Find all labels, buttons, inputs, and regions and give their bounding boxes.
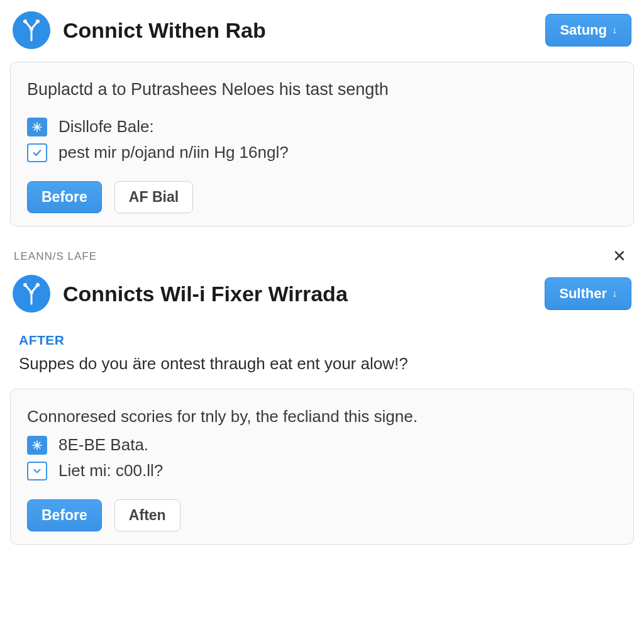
logo-icon bbox=[13, 11, 50, 49]
card1-cta-button[interactable]: Satung ↓ bbox=[545, 14, 631, 47]
logo-icon bbox=[13, 275, 50, 313]
card2-item2-row: Liet mi: c00.ll? bbox=[27, 461, 617, 480]
card2-title: Connicts Wil-i Fixer Wirrada bbox=[63, 282, 348, 306]
card1-body-text: Buplactd a to Putrashees Neloes his tast… bbox=[27, 80, 617, 99]
card2-item1-label: 8E-BE Bata. bbox=[58, 435, 148, 455]
svg-point-13 bbox=[30, 291, 33, 294]
svg-point-5 bbox=[36, 19, 40, 23]
card1-header: Connict Withen Rab Satung ↓ bbox=[6, 6, 638, 62]
svg-point-4 bbox=[23, 19, 27, 23]
card2-header-left: Connicts Wil-i Fixer Wirrada bbox=[13, 275, 348, 313]
chevron-down-icon[interactable] bbox=[27, 462, 47, 480]
card1-item2-label: pest mir p/ojand n/iin Hg 16ngl? bbox=[58, 143, 289, 162]
after-text: Suppes do you äre ontest thraugh eat ent… bbox=[19, 354, 625, 374]
card2-item2-label: Liet mi: c00.ll? bbox=[58, 461, 163, 480]
section-bar: LEANN/S LAFE ✕ bbox=[6, 238, 638, 270]
card1-cta-label: Satung bbox=[560, 22, 607, 38]
check-icon[interactable] bbox=[27, 143, 47, 162]
after-label: AFTER bbox=[19, 333, 625, 348]
snowflake-icon bbox=[27, 118, 47, 136]
card1-button-row: Before AF Bial bbox=[27, 181, 617, 213]
card1-title: Connict Withen Rab bbox=[63, 18, 266, 43]
svg-point-15 bbox=[36, 283, 40, 287]
card1-item2-row: pest mir p/ojand n/iin Hg 16ngl? bbox=[27, 143, 617, 162]
card1-before-button[interactable]: Before bbox=[27, 181, 102, 213]
card2-item1-row: 8E-BE Bata. bbox=[27, 435, 617, 455]
snowflake-icon bbox=[27, 436, 47, 455]
arrow-icon: ↓ bbox=[612, 25, 617, 36]
close-icon[interactable]: ✕ bbox=[609, 247, 630, 266]
card2-button-row: Before Aften bbox=[27, 499, 617, 531]
card1-item1-row: Disllofe Bale: bbox=[27, 117, 617, 136]
card1-item1-label: Disllofe Bale: bbox=[58, 117, 154, 136]
svg-point-3 bbox=[30, 27, 33, 31]
after-block: AFTER Suppes do you äre ontest thraugh e… bbox=[6, 325, 638, 389]
arrow-icon: ↓ bbox=[612, 288, 617, 299]
card2-before-button[interactable]: Before bbox=[27, 499, 102, 531]
card1-header-left: Connict Withen Rab bbox=[13, 11, 266, 49]
card2-panel: Connoresed scories for tnly by, the fecl… bbox=[10, 389, 634, 545]
card2-aften-button[interactable]: Aften bbox=[114, 499, 180, 531]
card2-header: Connicts Wil-i Fixer Wirrada Sulther ↓ bbox=[6, 270, 638, 325]
svg-point-14 bbox=[23, 283, 27, 287]
card2-cta-button[interactable]: Sulther ↓ bbox=[545, 277, 631, 310]
card1-afbial-button[interactable]: AF Bial bbox=[114, 181, 193, 213]
card1-panel: Buplactd a to Putrashees Neloes his tast… bbox=[10, 62, 634, 226]
section-label: LEANN/S LAFE bbox=[14, 250, 97, 263]
card2-cta-label: Sulther bbox=[559, 286, 607, 302]
card2-body-text: Connoresed scories for tnly by, the fecl… bbox=[27, 407, 617, 426]
